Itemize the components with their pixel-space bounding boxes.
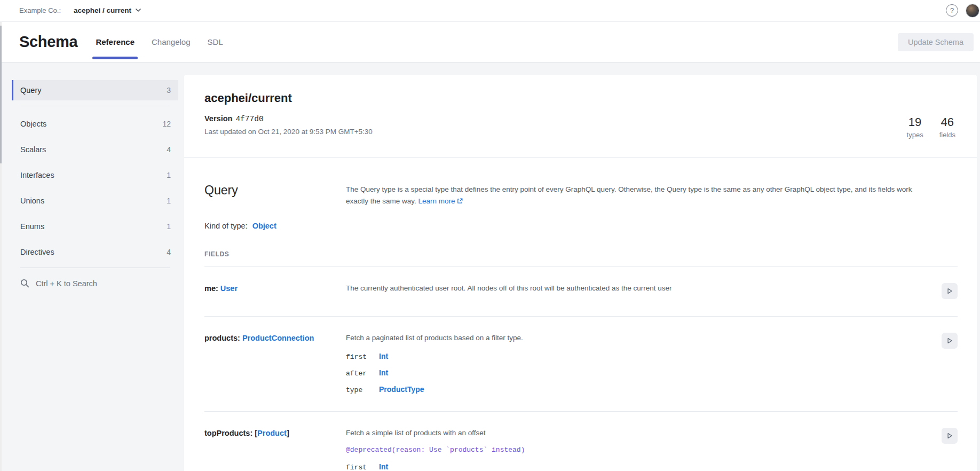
sidebar-item-label: Unions [20,197,44,205]
org-label: Example Co.: [19,6,61,14]
argument-type-link[interactable]: ProductType [379,385,424,394]
sidebar-item-label: Interfaces [20,171,54,179]
field-row-topProducts: topProducts: [Product] Fetch a simple li… [204,412,958,471]
last-updated: Last updated on Oct 21, 2020 at 9:53 PM … [204,128,958,136]
field-description: The currently authenticated user root. A… [346,283,933,294]
argument-type-link[interactable]: Int [379,368,388,377]
stat-fields: 46 fields [939,115,955,139]
argument-type-link[interactable]: Int [379,352,388,360]
sidebar-item-interfaces[interactable]: Interfaces 1 [12,165,178,185]
sidebar-item-label: Directives [20,248,54,256]
sidebar-item-label: Scalars [20,145,46,154]
field-row-me: me: User The currently authenticated use… [204,267,958,316]
tab-sdl[interactable]: SDL [208,22,223,62]
tab-changelog[interactable]: Changelog [152,22,191,62]
sidebar-item-count: 12 [162,120,171,128]
run-in-explorer-button[interactable] [942,333,958,349]
field-main: Fetch a paginated list of products based… [346,333,942,394]
sidebar-item-count: 3 [167,86,171,95]
field-type-link[interactable]: Product [257,429,287,437]
field-name: topProducts: [Product] [204,428,346,438]
learn-more-link[interactable]: Learn more [418,197,463,205]
graph-selector[interactable]: acephei / current [74,6,141,14]
run-in-explorer-button[interactable] [942,283,958,299]
fields-heading: FIELDS [204,250,958,258]
field-description: Fetch a simple list of products with an … [346,428,933,438]
version-value: 4f77d0 [235,115,263,123]
sidebar-item-count: 4 [167,145,171,154]
schema-search[interactable]: Ctrl + K to Search [12,279,178,288]
kind-of-type-row: Kind of type: Object [204,222,958,230]
sidebar-item-scalars[interactable]: Scalars 4 [12,139,178,160]
chevron-down-icon [136,9,141,12]
schema-reference-card: acephei/current Version4f77d0 Last updat… [184,75,977,471]
schema-sidebar: Query 3 Objects 12 Scalars 4 Interfaces … [12,80,178,288]
sidebar-divider [20,106,170,106]
argument-row: type ProductType [346,385,933,394]
tab-bar: Reference Changelog SDL [96,22,223,62]
search-icon [20,279,29,288]
argument-row: first Int [346,352,933,361]
help-glyph: ? [950,6,954,14]
stat-fields-label: fields [939,131,955,139]
sidebar-item-enums[interactable]: Enums 1 [12,216,178,237]
field-main: The currently authenticated user root. A… [346,283,942,294]
kind-label: Kind of type: [204,222,248,230]
field-type-link[interactable]: ProductConnection [242,334,314,342]
run-in-explorer-button[interactable] [942,428,958,444]
argument-type-link[interactable]: Int [379,462,388,471]
update-schema-button[interactable]: Update Schema [898,33,974,51]
sidebar-item-unions[interactable]: Unions 1 [12,191,178,211]
sidebar-item-query[interactable]: Query 3 [12,80,178,100]
type-name: Query [204,182,346,208]
field-name-text: topProducts: [204,429,252,437]
graph-title: acephei/current [204,91,958,106]
learn-more-label: Learn more [418,197,455,205]
stat-fields-value: 46 [939,115,955,129]
topbar-right: ? [946,4,973,18]
left-scrollbar-thumb[interactable] [0,26,2,163]
field-main: Fetch a simple list of products with an … [346,428,942,471]
top-bar: Example Co.: acephei / current ? [0,0,980,21]
argument-list: first Int after Int type ProductType [346,352,933,394]
type-header: Query The Query type is a special type t… [204,182,958,208]
page-header: Schema Reference Changelog SDL Update Sc… [0,22,980,62]
version-row: Version4f77d0 [204,114,958,123]
stat-types-value: 19 [907,115,923,129]
field-name: products: ProductConnection [204,333,346,343]
argument-row: first Int [346,462,933,471]
graph-selector-label: acephei / current [74,6,131,14]
external-link-icon [457,196,463,208]
field-row-products: products: ProductConnection Fetch a pagi… [204,317,958,411]
sidebar-divider [20,268,170,268]
help-icon[interactable]: ? [946,4,958,17]
user-avatar[interactable] [966,4,979,18]
kind-value-link[interactable]: Object [252,222,276,230]
play-icon [946,287,953,295]
sidebar-item-label: Objects [20,120,46,128]
argument-list: first Int [346,462,933,471]
field-name-text: products: [204,334,240,342]
sidebar-item-objects[interactable]: Objects 12 [12,114,178,134]
deprecated-annotation: @deprecated(reason: Use `products` inste… [346,446,933,454]
sidebar-item-count: 4 [167,248,171,256]
stat-types-label: types [907,131,923,139]
argument-name: first [346,464,379,471]
sidebar-item-count: 1 [167,197,171,205]
argument-name: first [346,353,379,361]
argument-name: after [346,370,379,378]
field-name-text: me: [204,284,218,293]
sidebar-item-directives[interactable]: Directives 4 [12,242,178,262]
type-description: The Query type is a special type that de… [346,182,936,208]
sidebar-item-label: Query [20,86,42,95]
version-label: Version [204,114,232,123]
play-icon [946,432,953,439]
page-title: Schema [19,33,77,51]
argument-name: type [346,386,379,394]
sidebar-item-label: Enums [20,222,44,231]
argument-row: after Int [346,368,933,378]
tab-reference[interactable]: Reference [96,22,135,62]
left-scrollbar-track[interactable] [0,22,2,471]
field-type-link[interactable]: User [220,284,238,293]
play-icon [946,337,953,344]
